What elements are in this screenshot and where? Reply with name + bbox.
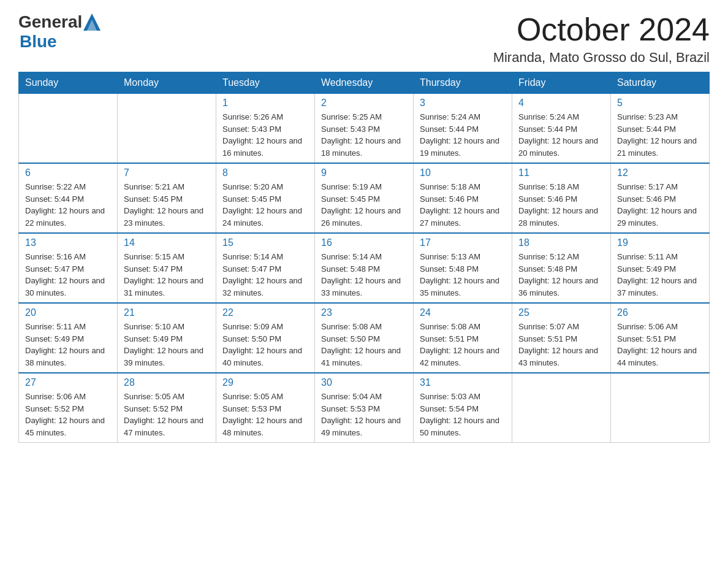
calendar-cell: 28Sunrise: 5:05 AMSunset: 5:52 PMDayligh… [118, 373, 216, 443]
calendar-cell: 23Sunrise: 5:08 AMSunset: 5:50 PMDayligh… [315, 303, 414, 373]
day-number: 13 [25, 237, 111, 248]
day-info: Sunrise: 5:08 AMSunset: 5:50 PMDaylight:… [321, 321, 407, 369]
day-number: 6 [25, 167, 111, 178]
calendar-week-row: 27Sunrise: 5:06 AMSunset: 5:52 PMDayligh… [19, 373, 710, 443]
calendar-cell: 8Sunrise: 5:20 AMSunset: 5:45 PMDaylight… [216, 163, 315, 233]
day-info: Sunrise: 5:24 AMSunset: 5:44 PMDaylight:… [518, 111, 604, 159]
day-number: 5 [617, 98, 703, 109]
logo-icon [83, 13, 100, 31]
calendar-cell: 6Sunrise: 5:22 AMSunset: 5:44 PMDaylight… [19, 163, 118, 233]
day-number: 14 [124, 237, 210, 248]
calendar-cell: 19Sunrise: 5:11 AMSunset: 5:49 PMDayligh… [611, 233, 710, 303]
day-number: 16 [321, 237, 407, 248]
calendar-cell: 25Sunrise: 5:07 AMSunset: 5:51 PMDayligh… [512, 303, 611, 373]
calendar-cell: 20Sunrise: 5:11 AMSunset: 5:49 PMDayligh… [19, 303, 118, 373]
day-number: 25 [518, 307, 604, 318]
day-info: Sunrise: 5:20 AMSunset: 5:45 PMDaylight:… [222, 181, 308, 229]
calendar-week-row: 6Sunrise: 5:22 AMSunset: 5:44 PMDaylight… [19, 163, 710, 233]
day-number: 17 [420, 237, 506, 248]
logo-blue-text: Blue [20, 32, 57, 52]
day-number: 18 [518, 237, 604, 248]
day-number: 2 [321, 98, 407, 109]
calendar-cell: 30Sunrise: 5:04 AMSunset: 5:53 PMDayligh… [315, 373, 414, 443]
day-number: 11 [518, 167, 604, 178]
calendar-cell [512, 373, 611, 443]
title-section: October 2024 Miranda, Mato Grosso do Sul… [493, 12, 710, 66]
day-number: 28 [124, 377, 210, 388]
day-number: 31 [420, 377, 506, 388]
day-number: 9 [321, 167, 407, 178]
calendar-cell: 18Sunrise: 5:12 AMSunset: 5:48 PMDayligh… [512, 233, 611, 303]
day-info: Sunrise: 5:24 AMSunset: 5:44 PMDaylight:… [420, 111, 506, 159]
day-number: 30 [321, 377, 407, 388]
calendar-cell: 4Sunrise: 5:24 AMSunset: 5:44 PMDaylight… [512, 94, 611, 164]
day-info: Sunrise: 5:06 AMSunset: 5:52 PMDaylight:… [25, 391, 111, 439]
day-info: Sunrise: 5:21 AMSunset: 5:45 PMDaylight:… [124, 181, 210, 229]
calendar-cell: 10Sunrise: 5:18 AMSunset: 5:46 PMDayligh… [414, 163, 512, 233]
day-info: Sunrise: 5:22 AMSunset: 5:44 PMDaylight:… [25, 181, 111, 229]
logo: General Blue [18, 12, 100, 52]
day-info: Sunrise: 5:19 AMSunset: 5:45 PMDaylight:… [321, 181, 407, 229]
logo-general-text: General [18, 12, 82, 32]
calendar-cell: 3Sunrise: 5:24 AMSunset: 5:44 PMDaylight… [414, 94, 512, 164]
day-number: 29 [222, 377, 308, 388]
day-info: Sunrise: 5:16 AMSunset: 5:47 PMDaylight:… [25, 251, 111, 299]
day-number: 19 [617, 237, 703, 248]
day-number: 10 [420, 167, 506, 178]
day-info: Sunrise: 5:04 AMSunset: 5:53 PMDaylight:… [321, 391, 407, 439]
day-info: Sunrise: 5:18 AMSunset: 5:46 PMDaylight:… [420, 181, 506, 229]
calendar-cell: 7Sunrise: 5:21 AMSunset: 5:45 PMDaylight… [118, 163, 216, 233]
weekday-header-tuesday: Tuesday [216, 72, 315, 94]
calendar-cell [19, 94, 118, 164]
day-info: Sunrise: 5:23 AMSunset: 5:44 PMDaylight:… [617, 111, 703, 159]
calendar-cell [611, 373, 710, 443]
calendar-cell: 24Sunrise: 5:08 AMSunset: 5:51 PMDayligh… [414, 303, 512, 373]
calendar-cell: 13Sunrise: 5:16 AMSunset: 5:47 PMDayligh… [19, 233, 118, 303]
day-info: Sunrise: 5:03 AMSunset: 5:54 PMDaylight:… [420, 391, 506, 439]
weekday-header-wednesday: Wednesday [315, 72, 414, 94]
calendar-cell: 22Sunrise: 5:09 AMSunset: 5:50 PMDayligh… [216, 303, 315, 373]
weekday-header-saturday: Saturday [611, 72, 710, 94]
calendar-cell: 31Sunrise: 5:03 AMSunset: 5:54 PMDayligh… [414, 373, 512, 443]
calendar-cell [118, 94, 216, 164]
day-info: Sunrise: 5:10 AMSunset: 5:49 PMDaylight:… [124, 321, 210, 369]
calendar-cell: 9Sunrise: 5:19 AMSunset: 5:45 PMDaylight… [315, 163, 414, 233]
calendar-cell: 17Sunrise: 5:13 AMSunset: 5:48 PMDayligh… [414, 233, 512, 303]
calendar-cell: 5Sunrise: 5:23 AMSunset: 5:44 PMDaylight… [611, 94, 710, 164]
day-info: Sunrise: 5:05 AMSunset: 5:53 PMDaylight:… [222, 391, 308, 439]
calendar-week-row: 13Sunrise: 5:16 AMSunset: 5:47 PMDayligh… [19, 233, 710, 303]
calendar-cell: 21Sunrise: 5:10 AMSunset: 5:49 PMDayligh… [118, 303, 216, 373]
day-info: Sunrise: 5:07 AMSunset: 5:51 PMDaylight:… [518, 321, 604, 369]
day-number: 3 [420, 98, 506, 109]
calendar-cell: 14Sunrise: 5:15 AMSunset: 5:47 PMDayligh… [118, 233, 216, 303]
day-info: Sunrise: 5:25 AMSunset: 5:43 PMDaylight:… [321, 111, 407, 159]
calendar-cell: 12Sunrise: 5:17 AMSunset: 5:46 PMDayligh… [611, 163, 710, 233]
day-info: Sunrise: 5:14 AMSunset: 5:47 PMDaylight:… [222, 251, 308, 299]
calendar-title: October 2024 [493, 12, 710, 47]
day-info: Sunrise: 5:15 AMSunset: 5:47 PMDaylight:… [124, 251, 210, 299]
day-number: 4 [518, 98, 604, 109]
calendar-cell: 1Sunrise: 5:26 AMSunset: 5:43 PMDaylight… [216, 94, 315, 164]
weekday-header-row: SundayMondayTuesdayWednesdayThursdayFrid… [19, 72, 710, 94]
day-number: 27 [25, 377, 111, 388]
day-number: 7 [124, 167, 210, 178]
calendar-cell: 27Sunrise: 5:06 AMSunset: 5:52 PMDayligh… [19, 373, 118, 443]
day-info: Sunrise: 5:14 AMSunset: 5:48 PMDaylight:… [321, 251, 407, 299]
weekday-header-sunday: Sunday [19, 72, 118, 94]
day-info: Sunrise: 5:11 AMSunset: 5:49 PMDaylight:… [25, 321, 111, 369]
weekday-header-monday: Monday [118, 72, 216, 94]
day-number: 15 [222, 237, 308, 248]
day-info: Sunrise: 5:08 AMSunset: 5:51 PMDaylight:… [420, 321, 506, 369]
day-number: 23 [321, 307, 407, 318]
weekday-header-friday: Friday [512, 72, 611, 94]
day-info: Sunrise: 5:18 AMSunset: 5:46 PMDaylight:… [518, 181, 604, 229]
calendar-cell: 29Sunrise: 5:05 AMSunset: 5:53 PMDayligh… [216, 373, 315, 443]
day-number: 26 [617, 307, 703, 318]
day-number: 1 [222, 98, 308, 109]
day-info: Sunrise: 5:11 AMSunset: 5:49 PMDaylight:… [617, 251, 703, 299]
calendar-cell: 15Sunrise: 5:14 AMSunset: 5:47 PMDayligh… [216, 233, 315, 303]
day-number: 22 [222, 307, 308, 318]
day-number: 24 [420, 307, 506, 318]
weekday-header-thursday: Thursday [414, 72, 512, 94]
day-info: Sunrise: 5:05 AMSunset: 5:52 PMDaylight:… [124, 391, 210, 439]
